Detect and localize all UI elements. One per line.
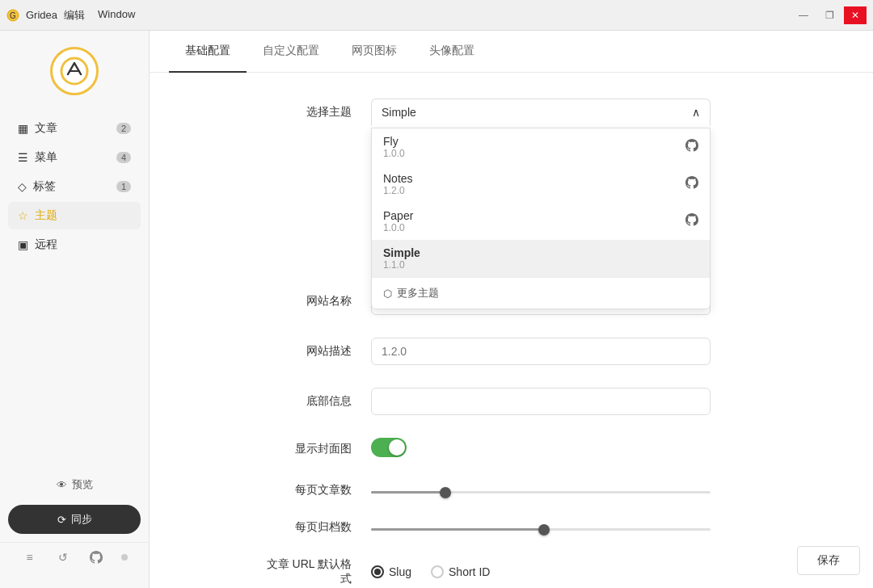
github-icon-fly <box>685 139 698 155</box>
save-btn-container: 保存 <box>797 546 860 575</box>
dropdown-item-simple[interactable]: Simple 1.1.0 <box>372 240 710 277</box>
restore-button[interactable]: ❐ <box>818 6 841 24</box>
articles-slider-track[interactable] <box>371 491 711 494</box>
sidebar-item-remote[interactable]: ▣ 远程 <box>8 231 141 258</box>
site-desc-row: 网站描述 <box>263 338 808 365</box>
item-version-paper: 1.0.0 <box>383 222 413 233</box>
close-button[interactable]: ✕ <box>844 6 867 24</box>
article-url-radio-group: Slug Short ID <box>371 565 808 578</box>
nav-label-tags: 标签 <box>33 179 56 194</box>
app-logo-icon: G <box>6 9 19 22</box>
sidebar-bottom: 👁 预览 ⟳ 同步 <box>0 463 149 542</box>
article-shortid-radio[interactable] <box>431 565 444 578</box>
articles-per-page-control <box>371 488 808 494</box>
theme-control: Simple ∧ Fly 1.0.0 <box>371 99 808 126</box>
nav-badge-articles: 2 <box>116 123 131 134</box>
status-dot <box>121 554 128 561</box>
archives-per-page-control <box>371 525 808 531</box>
app-title: Gridea <box>26 9 57 21</box>
archives-per-page-label: 每页归档数 <box>263 520 352 535</box>
articles-per-page-row: 每页文章数 <box>263 483 808 498</box>
archives-slider-track[interactable] <box>371 528 711 531</box>
article-slug-option[interactable]: Slug <box>371 565 411 578</box>
dropdown-item-paper[interactable]: Paper 1.0.0 <box>372 203 710 240</box>
show-cover-toggle[interactable] <box>371 438 407 457</box>
dropdown-value: Simple <box>382 106 416 119</box>
sidebar-item-tags[interactable]: ◇ 标签 1 <box>8 173 141 200</box>
articles-per-page-label: 每页文章数 <box>263 483 352 498</box>
dropdown-more-themes[interactable]: ⬡ 更多主题 <box>372 277 710 309</box>
tabs: 基础配置 自定义配置 网页图标 头像配置 <box>150 31 873 73</box>
archives-slider-fill <box>371 528 544 531</box>
footer-row: 底部信息 <box>263 388 808 415</box>
item-version-simple: 1.1.0 <box>383 259 420 271</box>
more-themes-label: 更多主题 <box>397 286 439 300</box>
toggle-thumb <box>389 439 405 456</box>
sidebar-item-menu[interactable]: ☰ 菜单 4 <box>8 144 141 171</box>
tab-basic[interactable]: 基础配置 <box>169 31 247 73</box>
gridea-logo-icon <box>60 57 89 86</box>
titlebar-left: G Gridea 编辑 Window <box>6 8 135 23</box>
item-version-fly: 1.0.0 <box>383 148 405 159</box>
sidebar-nav: ▦ 文章 2 ☰ 菜单 4 ◇ 标签 1 <box>0 115 149 463</box>
nav-badge-tags: 1 <box>116 181 131 192</box>
nav-label-articles: 文章 <box>35 121 57 136</box>
refresh-icon[interactable]: ↺ <box>55 549 71 565</box>
item-version-notes: 1.2.0 <box>383 185 413 196</box>
sync-icon: ⟳ <box>57 514 66 526</box>
settings-area: 选择主题 Simple ∧ Fly 1.0.0 <box>150 73 873 588</box>
footer-label: 底部信息 <box>263 394 352 409</box>
article-slug-radio[interactable] <box>371 565 384 578</box>
menu-bar: 编辑 Window <box>64 8 135 23</box>
remote-icon: ▣ <box>18 238 28 251</box>
menu-edit[interactable]: 编辑 <box>64 8 85 23</box>
tab-header[interactable]: 头像配置 <box>413 31 491 73</box>
menu-window[interactable]: Window <box>98 8 135 23</box>
minimize-button[interactable]: — <box>792 6 815 24</box>
sync-button[interactable]: ⟳ 同步 <box>8 505 141 534</box>
preview-button[interactable]: 👁 预览 <box>8 471 141 498</box>
github-icon-paper <box>685 213 698 229</box>
app-body: ▦ 文章 2 ☰ 菜单 4 ◇ 标签 1 <box>0 31 873 588</box>
sidebar-item-theme[interactable]: ☆ 主题 <box>8 202 141 229</box>
article-shortid-label: Short ID <box>449 565 490 578</box>
filter-icon[interactable]: ≡ <box>22 549 38 565</box>
theme-row: 选择主题 Simple ∧ Fly 1.0.0 <box>263 99 808 126</box>
sidebar-logo <box>0 47 149 95</box>
nav-label-theme: 主题 <box>35 208 57 223</box>
more-icon: ⬡ <box>383 288 392 300</box>
article-shortid-option[interactable]: Short ID <box>431 565 490 578</box>
nav-badge-menu: 4 <box>116 152 131 163</box>
dropdown-item-notes[interactable]: Notes 1.2.0 <box>372 166 710 203</box>
chevron-up-icon: ∧ <box>692 106 700 119</box>
site-desc-input[interactable] <box>371 338 711 365</box>
dropdown-item-fly[interactable]: Fly 1.0.0 <box>372 128 710 166</box>
articles-slider-thumb[interactable] <box>440 487 451 498</box>
site-desc-control <box>371 338 808 365</box>
archives-slider-thumb[interactable] <box>538 524 550 536</box>
site-name-label: 网站名称 <box>263 294 352 309</box>
github-footer-icon[interactable] <box>88 549 104 565</box>
cover-control <box>371 438 808 460</box>
tab-favicon[interactable]: 网页图标 <box>335 31 413 73</box>
articles-slider-fill <box>371 491 445 494</box>
menu-icon: ☰ <box>18 151 28 164</box>
dropdown-list: Fly 1.0.0 Notes <box>371 128 711 309</box>
sidebar-footer: ≡ ↺ <box>0 542 149 572</box>
article-slug-label: Slug <box>389 565 411 578</box>
site-desc-label: 网站描述 <box>263 344 352 359</box>
nav-label-menu: 菜单 <box>35 150 57 165</box>
nav-label-remote: 远程 <box>35 237 57 252</box>
sync-label: 同步 <box>71 512 92 527</box>
tab-custom[interactable]: 自定义配置 <box>247 31 335 73</box>
sidebar-item-articles[interactable]: ▦ 文章 2 <box>8 115 141 142</box>
eye-icon: 👁 <box>57 479 67 491</box>
dropdown-selected[interactable]: Simple ∧ <box>371 99 711 126</box>
titlebar: G Gridea 编辑 Window — ❐ ✕ <box>0 0 873 31</box>
save-button[interactable]: 保存 <box>797 546 860 575</box>
item-name-notes: Notes <box>383 172 413 185</box>
article-url-label: 文章 URL 默认格式 <box>263 557 352 586</box>
footer-input[interactable] <box>371 388 711 415</box>
github-icon-notes <box>685 176 698 192</box>
article-slug-dot <box>374 569 381 575</box>
